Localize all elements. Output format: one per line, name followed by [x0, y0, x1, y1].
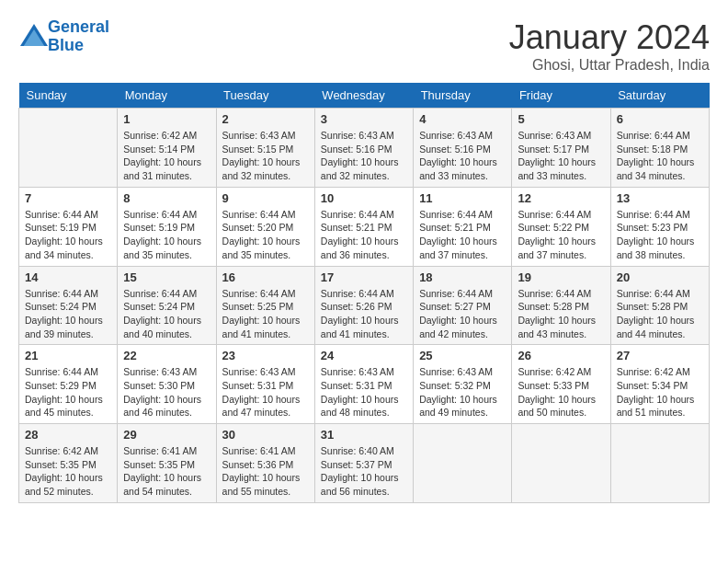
calendar-cell: 29Sunrise: 6:41 AM Sunset: 5:35 PM Dayli… [118, 424, 216, 503]
week-row-1: 1Sunrise: 6:42 AM Sunset: 5:14 PM Daylig… [19, 109, 710, 188]
calendar-cell: 9Sunrise: 6:44 AM Sunset: 5:20 PM Daylig… [216, 187, 314, 266]
weekday-header-row: SundayMondayTuesdayWednesdayThursdayFrid… [19, 83, 710, 109]
weekday-header-saturday: Saturday [610, 83, 709, 109]
day-info: Sunrise: 6:40 AM Sunset: 5:37 PM Dayligh… [321, 444, 407, 499]
day-number: 7 [25, 191, 111, 205]
day-info: Sunrise: 6:44 AM Sunset: 5:23 PM Dayligh… [617, 208, 703, 262]
day-info: Sunrise: 6:44 AM Sunset: 5:22 PM Dayligh… [518, 208, 604, 262]
calendar-cell: 10Sunrise: 6:44 AM Sunset: 5:21 PM Dayli… [314, 187, 413, 266]
week-row-5: 28Sunrise: 6:42 AM Sunset: 5:35 PM Dayli… [19, 424, 710, 503]
calendar-cell: 6Sunrise: 6:44 AM Sunset: 5:18 PM Daylig… [610, 109, 709, 188]
day-number: 15 [123, 270, 210, 284]
calendar-cell [414, 424, 512, 503]
day-info: Sunrise: 6:43 AM Sunset: 5:30 PM Dayligh… [123, 365, 210, 419]
calendar-cell: 21Sunrise: 6:44 AM Sunset: 5:29 PM Dayli… [19, 345, 118, 424]
day-info: Sunrise: 6:43 AM Sunset: 5:32 PM Dayligh… [419, 365, 506, 419]
calendar-cell: 22Sunrise: 6:43 AM Sunset: 5:30 PM Dayli… [118, 345, 216, 424]
day-number: 14 [25, 270, 111, 284]
day-number: 21 [25, 349, 111, 362]
day-info: Sunrise: 6:44 AM Sunset: 5:29 PM Dayligh… [25, 365, 111, 419]
location: Ghosi, Uttar Pradesh, India [509, 57, 710, 74]
week-row-2: 7Sunrise: 6:44 AM Sunset: 5:19 PM Daylig… [19, 187, 710, 266]
day-info: Sunrise: 6:42 AM Sunset: 5:33 PM Dayligh… [518, 365, 604, 419]
day-info: Sunrise: 6:41 AM Sunset: 5:36 PM Dayligh… [222, 444, 309, 499]
title-block: January 2024 Ghosi, Uttar Pradesh, India [509, 18, 710, 74]
calendar-cell [610, 424, 709, 503]
calendar-cell: 20Sunrise: 6:44 AM Sunset: 5:28 PM Dayli… [610, 266, 709, 345]
day-number: 24 [321, 349, 407, 362]
month-title: January 2024 [509, 18, 710, 57]
day-number: 6 [617, 112, 703, 126]
day-info: Sunrise: 6:43 AM Sunset: 5:31 PM Dayligh… [321, 365, 407, 419]
day-info: Sunrise: 6:44 AM Sunset: 5:26 PM Dayligh… [321, 287, 407, 341]
day-info: Sunrise: 6:44 AM Sunset: 5:21 PM Dayligh… [321, 208, 407, 262]
day-number: 23 [222, 349, 309, 362]
calendar-cell: 28Sunrise: 6:42 AM Sunset: 5:35 PM Dayli… [19, 424, 118, 503]
day-info: Sunrise: 6:43 AM Sunset: 5:15 PM Dayligh… [222, 129, 309, 183]
weekday-header-monday: Monday [118, 83, 216, 109]
calendar-cell: 15Sunrise: 6:44 AM Sunset: 5:24 PM Dayli… [118, 266, 216, 345]
day-number: 27 [617, 349, 703, 362]
calendar-cell: 2Sunrise: 6:43 AM Sunset: 5:15 PM Daylig… [216, 109, 314, 188]
calendar-table: SundayMondayTuesdayWednesdayThursdayFrid… [18, 83, 710, 503]
day-number: 19 [518, 270, 604, 284]
calendar-cell: 31Sunrise: 6:40 AM Sunset: 5:37 PM Dayli… [314, 424, 413, 503]
day-number: 2 [222, 112, 309, 126]
day-info: Sunrise: 6:44 AM Sunset: 5:25 PM Dayligh… [222, 287, 309, 341]
day-number: 9 [222, 191, 309, 205]
calendar-cell: 16Sunrise: 6:44 AM Sunset: 5:25 PM Dayli… [216, 266, 314, 345]
day-number: 26 [518, 349, 604, 362]
calendar-body: 1Sunrise: 6:42 AM Sunset: 5:14 PM Daylig… [19, 109, 710, 503]
calendar-cell [512, 424, 610, 503]
day-number: 3 [321, 112, 407, 126]
weekday-header-sunday: Sunday [19, 83, 118, 109]
day-info: Sunrise: 6:43 AM Sunset: 5:17 PM Dayligh… [518, 129, 604, 183]
calendar-cell: 25Sunrise: 6:43 AM Sunset: 5:32 PM Dayli… [414, 345, 512, 424]
logo: General Blue [18, 18, 109, 55]
day-info: Sunrise: 6:44 AM Sunset: 5:21 PM Dayligh… [419, 208, 506, 262]
day-info: Sunrise: 6:41 AM Sunset: 5:35 PM Dayligh… [123, 444, 210, 499]
calendar-cell: 26Sunrise: 6:42 AM Sunset: 5:33 PM Dayli… [512, 345, 610, 424]
week-row-4: 21Sunrise: 6:44 AM Sunset: 5:29 PM Dayli… [19, 345, 710, 424]
calendar-cell [19, 109, 118, 188]
calendar-cell: 4Sunrise: 6:43 AM Sunset: 5:16 PM Daylig… [414, 109, 512, 188]
calendar-cell: 8Sunrise: 6:44 AM Sunset: 5:19 PM Daylig… [118, 187, 216, 266]
day-number: 11 [419, 191, 506, 205]
day-info: Sunrise: 6:43 AM Sunset: 5:16 PM Dayligh… [321, 129, 407, 183]
day-number: 18 [419, 270, 506, 284]
day-info: Sunrise: 6:44 AM Sunset: 5:24 PM Dayligh… [123, 287, 210, 341]
day-number: 1 [123, 112, 210, 126]
calendar-cell: 27Sunrise: 6:42 AM Sunset: 5:34 PM Dayli… [610, 345, 709, 424]
weekday-header-thursday: Thursday [414, 83, 512, 109]
day-number: 16 [222, 270, 309, 284]
day-number: 30 [222, 428, 309, 442]
weekday-header-friday: Friday [512, 83, 610, 109]
day-number: 20 [617, 270, 703, 284]
weekday-header-wednesday: Wednesday [314, 83, 413, 109]
calendar-cell: 23Sunrise: 6:43 AM Sunset: 5:31 PM Dayli… [216, 345, 314, 424]
calendar-cell: 19Sunrise: 6:44 AM Sunset: 5:28 PM Dayli… [512, 266, 610, 345]
day-number: 29 [123, 428, 210, 442]
day-number: 28 [25, 428, 111, 442]
page-header: General Blue January 2024 Ghosi, Uttar P… [18, 18, 710, 74]
calendar-cell: 18Sunrise: 6:44 AM Sunset: 5:27 PM Dayli… [414, 266, 512, 345]
day-info: Sunrise: 6:44 AM Sunset: 5:18 PM Dayligh… [617, 129, 703, 183]
day-number: 13 [617, 191, 703, 205]
day-number: 10 [321, 191, 407, 205]
day-info: Sunrise: 6:44 AM Sunset: 5:27 PM Dayligh… [419, 287, 506, 341]
calendar-cell: 30Sunrise: 6:41 AM Sunset: 5:36 PM Dayli… [216, 424, 314, 503]
calendar-cell: 24Sunrise: 6:43 AM Sunset: 5:31 PM Dayli… [314, 345, 413, 424]
day-info: Sunrise: 6:44 AM Sunset: 5:19 PM Dayligh… [123, 208, 210, 262]
calendar-cell: 1Sunrise: 6:42 AM Sunset: 5:14 PM Daylig… [118, 109, 216, 188]
day-number: 25 [419, 349, 506, 362]
logo-icon [20, 24, 48, 46]
day-number: 17 [321, 270, 407, 284]
calendar-cell: 5Sunrise: 6:43 AM Sunset: 5:17 PM Daylig… [512, 109, 610, 188]
day-number: 4 [419, 112, 506, 126]
day-info: Sunrise: 6:44 AM Sunset: 5:19 PM Dayligh… [25, 208, 111, 262]
weekday-header-tuesday: Tuesday [216, 83, 314, 109]
calendar-cell: 7Sunrise: 6:44 AM Sunset: 5:19 PM Daylig… [19, 187, 118, 266]
day-number: 12 [518, 191, 604, 205]
calendar-cell: 17Sunrise: 6:44 AM Sunset: 5:26 PM Dayli… [314, 266, 413, 345]
week-row-3: 14Sunrise: 6:44 AM Sunset: 5:24 PM Dayli… [19, 266, 710, 345]
